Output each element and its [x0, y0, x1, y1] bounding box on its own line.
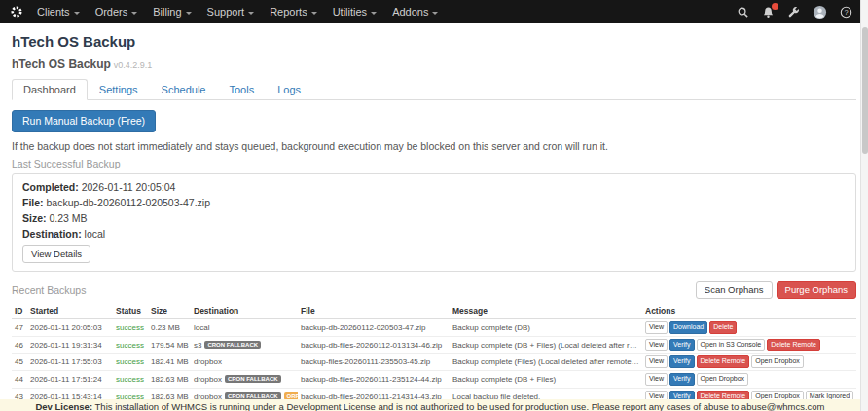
last-backup-field-size: Size: 0.23 MB [22, 212, 846, 224]
nav-item-support[interactable]: Support [207, 6, 255, 18]
cell-started: 2026-01-11 17:55:03 [27, 354, 113, 371]
nav-item-label: Support [207, 6, 245, 18]
dev-license-label: Dev License: [35, 401, 92, 411]
queue-note: If the backup does not start immediately… [12, 140, 856, 152]
wrench-icon[interactable] [787, 6, 800, 19]
main-menu: ClientsOrdersBillingSupportReportsUtilit… [37, 6, 438, 18]
cell-actions: ViewVerifyDelete RemoteOpen Dropbox [642, 354, 856, 371]
nav-item-label: Billing [153, 6, 181, 18]
nav-item-billing[interactable]: Billing [153, 6, 191, 18]
nav-item-label: Orders [95, 6, 128, 18]
search-icon[interactable] [737, 6, 749, 19]
cell-destination: dropboxCRON FALLBACK [191, 371, 298, 389]
column-header-destination: Destination [191, 303, 298, 319]
cell-message: Backup complete (DB + Files) [450, 371, 642, 389]
tab-logs[interactable]: Logs [266, 79, 312, 100]
nav-item-orders[interactable]: Orders [95, 6, 138, 18]
tab-schedule[interactable]: Schedule [150, 79, 218, 100]
cell-file: backup-files-20260111-235503-45.zip [298, 354, 450, 371]
cell-file: backup-db-files-20260112-013134-46.zip [298, 336, 450, 354]
action-delete-button[interactable]: Delete [709, 321, 737, 334]
nav-item-reports[interactable]: Reports [270, 6, 317, 18]
action-open-dropbox-button[interactable]: Open Dropbox [751, 355, 804, 368]
action-verify-button[interactable]: Verify [669, 373, 695, 386]
column-header-file: File [298, 303, 450, 319]
destination-name: s3 [194, 341, 201, 350]
cell-status: success [113, 318, 148, 336]
scan-orphans-button[interactable]: Scan Orphans [696, 281, 773, 299]
action-delete-remote-button[interactable]: Delete Remote [767, 339, 820, 352]
action-download-button[interactable]: Download [669, 321, 707, 334]
scrollbar-thumb[interactable] [862, 27, 868, 154]
notification-badge [772, 3, 778, 10]
action-open-in-s3-console-button[interactable]: Open in S3 Console [697, 339, 766, 352]
field-label: Completed: [22, 181, 79, 193]
field-value: 2026-01-11 20:05:04 [79, 181, 176, 193]
nav-item-clients[interactable]: Clients [37, 6, 80, 18]
vertical-scrollbar[interactable] [860, 0, 868, 411]
run-manual-backup-button[interactable]: Run Manual Backup (Free) [12, 110, 156, 132]
chevron-down-icon [432, 12, 438, 15]
recent-backups-table: IDStartedStatusSizeDestinationFileMessag… [12, 303, 856, 411]
view-details-button[interactable]: View Details [22, 245, 90, 263]
backup-row: 472026-01-11 20:05:03success0.23 MBlocal… [12, 318, 856, 336]
field-label: Size: [22, 212, 47, 224]
cell-started: 2026-01-11 20:05:03 [27, 318, 113, 336]
badge-cron-fallback: CRON FALLBACK [204, 341, 261, 349]
dev-license-banner: Dev License: This installation of WHMCS … [0, 399, 860, 411]
nav-item-utilities[interactable]: Utilities [333, 6, 377, 18]
cell-message: Backup complete (Files) (Local deleted a… [450, 354, 642, 371]
navbar-right: ? [737, 5, 856, 19]
chevron-down-icon [131, 12, 137, 15]
cell-size: 0.23 MB [148, 318, 191, 336]
cell-destination: s3CRON FALLBACK [191, 336, 298, 354]
cell-size: 179.54 MB [148, 336, 191, 354]
tab-tools[interactable]: Tools [217, 79, 266, 100]
whmcs-logo-icon[interactable] [10, 5, 23, 19]
user-avatar[interactable] [813, 5, 827, 19]
nav-item-label: Utilities [333, 6, 367, 18]
chevron-down-icon [371, 12, 377, 15]
module-version: v0.4.2.9.1 [114, 60, 153, 70]
last-backup-field-destination: Destination: local [22, 228, 846, 240]
notifications-bell-icon[interactable] [762, 6, 775, 19]
nav-item-addons[interactable]: Addons [392, 6, 438, 18]
chevron-down-icon [74, 12, 80, 15]
last-backup-field-file: File: backup-db-20260112-020503-47.zip [22, 197, 846, 208]
action-view-button[interactable]: View [645, 321, 668, 334]
field-value: backup-db-20260112-020503-47.zip [44, 197, 210, 208]
tab-settings[interactable]: Settings [88, 79, 150, 100]
svg-text:?: ? [844, 8, 848, 17]
destination-name: dropbox [194, 375, 222, 384]
action-view-button[interactable]: View [645, 355, 668, 368]
cell-message: Backup complete (DB + Files) (Local dele… [450, 336, 642, 354]
field-value: 0.23 MB [47, 212, 88, 224]
chevron-down-icon [186, 12, 192, 15]
last-backup-field-completed: Completed: 2026-01-11 20:05:04 [22, 181, 846, 193]
action-verify-button[interactable]: Verify [669, 355, 695, 368]
cell-size: 182.41 MB [148, 354, 191, 371]
cell-destination: local [191, 318, 298, 336]
cell-file: backup-db-files-20260111-235124-44.zip [298, 371, 450, 389]
chevron-down-icon [311, 12, 317, 15]
field-value: local [82, 228, 106, 240]
action-delete-remote-button[interactable]: Delete Remote [697, 355, 750, 368]
cell-id: 47 [12, 318, 27, 336]
action-view-button[interactable]: View [645, 373, 668, 386]
cell-actions: ViewDownloadDelete [642, 318, 856, 336]
cell-file: backup-db-20260112-020503-47.zip [298, 318, 450, 336]
purge-orphans-button[interactable]: Purge Orphans [777, 281, 856, 299]
tab-dashboard[interactable]: Dashboard [12, 79, 88, 100]
backup-row: 462026-01-11 19:31:34success179.54 MBs3C… [12, 336, 856, 354]
cell-actions: ViewVerifyOpen Dropbox [642, 371, 856, 389]
field-label: File: [22, 197, 44, 208]
column-header-size: Size [148, 303, 191, 319]
destination-name: dropbox [194, 357, 222, 366]
action-open-dropbox-button[interactable]: Open Dropbox [697, 373, 749, 386]
cell-message: Backup complete (DB) [450, 318, 642, 336]
module-heading: hTech OS Backupv0.4.2.9.1 [12, 57, 856, 71]
cell-status: success [113, 336, 148, 354]
action-view-button[interactable]: View [645, 339, 668, 352]
help-icon[interactable]: ? [840, 6, 852, 19]
action-verify-button[interactable]: Verify [669, 339, 695, 352]
